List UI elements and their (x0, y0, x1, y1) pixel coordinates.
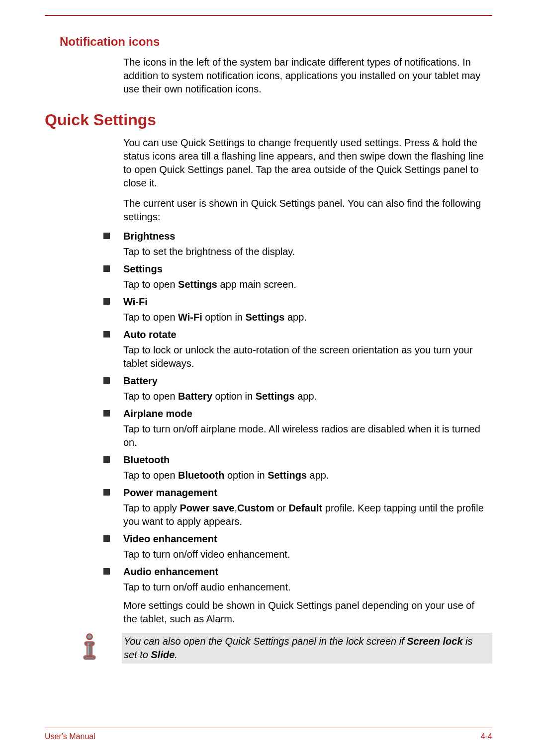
item-desc: Tap to open Settings app main screen. (123, 278, 487, 291)
list-item: Auto rotateTap to lock or unlock the aut… (123, 329, 487, 370)
list-item: Video enhancementTap to turn on/off vide… (123, 533, 487, 561)
item-title: Power management (123, 487, 487, 499)
square-bullet-icon (103, 410, 110, 417)
list-item: SettingsTap to open Settings app main sc… (123, 263, 487, 291)
square-bullet-icon (103, 377, 110, 384)
square-bullet-icon (103, 331, 110, 337)
section-title-quick-settings: Quick Settings (45, 111, 492, 129)
item-title: Wi-Fi (123, 296, 487, 308)
page-footer: User's Manual 4-4 (45, 728, 492, 741)
list-item: Airplane modeTap to turn on/off airplane… (123, 408, 487, 449)
square-bullet-icon (103, 535, 110, 542)
list-item: Audio enhancementTap to turn on/off audi… (123, 566, 487, 594)
square-bullet-icon (103, 233, 110, 239)
item-title: Airplane mode (123, 408, 487, 420)
quick-settings-para1: You can use Quick Settings to change fre… (123, 136, 487, 190)
item-title: Video enhancement (123, 533, 487, 545)
item-desc: Tap to turn on/off airplane mode. All wi… (123, 422, 487, 449)
top-rule (45, 15, 492, 16)
square-bullet-icon (103, 265, 110, 272)
item-desc: Tap to set the brightness of the display… (123, 245, 487, 258)
square-bullet-icon (103, 298, 110, 305)
svg-rect-9 (84, 656, 95, 659)
notification-icons-paragraph: The icons in the left of the system bar … (123, 56, 487, 96)
item-title: Bluetooth (123, 454, 487, 466)
svg-rect-8 (85, 642, 94, 645)
quick-settings-para3: More settings could be shown in Quick Se… (123, 599, 487, 626)
info-note: You can also open the Quick Settings pan… (80, 633, 492, 664)
item-desc: Tap to turn on/off video enhancement. (123, 548, 487, 561)
list-item: BatteryTap to open Battery option in Set… (123, 375, 487, 403)
square-bullet-icon (103, 568, 110, 575)
item-title: Settings (123, 263, 487, 275)
svg-point-6 (88, 635, 91, 638)
item-desc: Tap to turn on/off audio enhancement. (123, 581, 487, 594)
bottom-rule (45, 728, 492, 728)
footer-right: 4-4 (481, 732, 492, 741)
quick-settings-para2: The current user is shown in Quick Setti… (123, 197, 487, 224)
square-bullet-icon (103, 456, 110, 463)
item-desc: Tap to open Battery option in Settings a… (123, 390, 487, 403)
info-note-text: You can also open the Quick Settings pan… (122, 633, 492, 664)
list-item: BluetoothTap to open Bluetooth option in… (123, 454, 487, 482)
list-item: Wi-FiTap to open Wi-Fi option in Setting… (123, 296, 487, 324)
item-title: Auto rotate (123, 329, 487, 340)
item-desc: Tap to open Wi-Fi option in Settings app… (123, 311, 487, 324)
info-icon (80, 633, 99, 660)
list-item: BrightnessTap to set the brightness of t… (123, 231, 487, 258)
footer-left: User's Manual (45, 732, 95, 741)
item-title: Audio enhancement (123, 566, 487, 578)
square-bullet-icon (103, 489, 110, 496)
quick-settings-list: BrightnessTap to set the brightness of t… (123, 231, 487, 594)
subsection-title-notification-icons: Notification icons (60, 35, 492, 49)
item-desc: Tap to open Bluetooth option in Settings… (123, 469, 487, 482)
item-desc: Tap to apply Power save,Custom or Defaul… (123, 502, 487, 528)
list-item: Power managementTap to apply Power save,… (123, 487, 487, 528)
item-title: Battery (123, 375, 487, 387)
item-title: Brightness (123, 231, 487, 242)
item-desc: Tap to lock or unlock the auto-rotation … (123, 343, 487, 370)
